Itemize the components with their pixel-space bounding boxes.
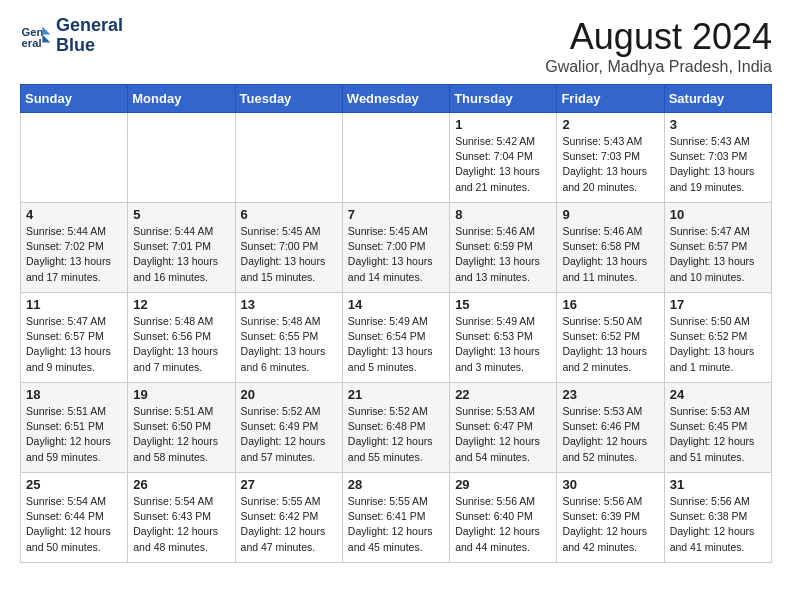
day-info: Sunrise: 5:50 AM Sunset: 6:52 PM Dayligh… (562, 314, 658, 375)
calendar-cell (342, 113, 449, 203)
svg-marker-3 (42, 34, 50, 42)
logo-icon: Gen eral (20, 20, 52, 52)
week-row-4: 18Sunrise: 5:51 AM Sunset: 6:51 PM Dayli… (21, 383, 772, 473)
day-info: Sunrise: 5:53 AM Sunset: 6:47 PM Dayligh… (455, 404, 551, 465)
day-number: 24 (670, 387, 766, 402)
weekday-header-thursday: Thursday (450, 85, 557, 113)
day-info: Sunrise: 5:49 AM Sunset: 6:54 PM Dayligh… (348, 314, 444, 375)
day-info: Sunrise: 5:47 AM Sunset: 6:57 PM Dayligh… (670, 224, 766, 285)
calendar-cell: 24Sunrise: 5:53 AM Sunset: 6:45 PM Dayli… (664, 383, 771, 473)
day-number: 29 (455, 477, 551, 492)
day-number: 11 (26, 297, 122, 312)
calendar-cell: 4Sunrise: 5:44 AM Sunset: 7:02 PM Daylig… (21, 203, 128, 293)
day-info: Sunrise: 5:50 AM Sunset: 6:52 PM Dayligh… (670, 314, 766, 375)
day-number: 13 (241, 297, 337, 312)
day-info: Sunrise: 5:56 AM Sunset: 6:40 PM Dayligh… (455, 494, 551, 555)
day-number: 26 (133, 477, 229, 492)
day-number: 5 (133, 207, 229, 222)
weekday-header-wednesday: Wednesday (342, 85, 449, 113)
day-number: 10 (670, 207, 766, 222)
weekday-header-sunday: Sunday (21, 85, 128, 113)
day-number: 16 (562, 297, 658, 312)
day-number: 9 (562, 207, 658, 222)
calendar-cell: 21Sunrise: 5:52 AM Sunset: 6:48 PM Dayli… (342, 383, 449, 473)
day-number: 12 (133, 297, 229, 312)
day-info: Sunrise: 5:55 AM Sunset: 6:41 PM Dayligh… (348, 494, 444, 555)
day-number: 2 (562, 117, 658, 132)
day-info: Sunrise: 5:43 AM Sunset: 7:03 PM Dayligh… (562, 134, 658, 195)
logo-line1: General (56, 16, 123, 36)
day-info: Sunrise: 5:54 AM Sunset: 6:44 PM Dayligh… (26, 494, 122, 555)
calendar-cell: 15Sunrise: 5:49 AM Sunset: 6:53 PM Dayli… (450, 293, 557, 383)
day-number: 18 (26, 387, 122, 402)
month-title: August 2024 (545, 16, 772, 58)
logo-line2: Blue (56, 36, 123, 56)
day-number: 4 (26, 207, 122, 222)
day-number: 17 (670, 297, 766, 312)
day-number: 30 (562, 477, 658, 492)
day-number: 27 (241, 477, 337, 492)
calendar-table: SundayMondayTuesdayWednesdayThursdayFrid… (20, 84, 772, 563)
day-info: Sunrise: 5:55 AM Sunset: 6:42 PM Dayligh… (241, 494, 337, 555)
calendar-cell: 25Sunrise: 5:54 AM Sunset: 6:44 PM Dayli… (21, 473, 128, 563)
weekday-header-saturday: Saturday (664, 85, 771, 113)
day-number: 31 (670, 477, 766, 492)
day-info: Sunrise: 5:47 AM Sunset: 6:57 PM Dayligh… (26, 314, 122, 375)
day-number: 8 (455, 207, 551, 222)
day-number: 20 (241, 387, 337, 402)
day-info: Sunrise: 5:56 AM Sunset: 6:38 PM Dayligh… (670, 494, 766, 555)
day-number: 23 (562, 387, 658, 402)
weekday-header-monday: Monday (128, 85, 235, 113)
logo: Gen eral General Blue (20, 16, 123, 56)
day-number: 3 (670, 117, 766, 132)
calendar-cell: 8Sunrise: 5:46 AM Sunset: 6:59 PM Daylig… (450, 203, 557, 293)
calendar-cell (235, 113, 342, 203)
svg-text:Gen: Gen (22, 26, 44, 38)
day-number: 19 (133, 387, 229, 402)
calendar-cell: 17Sunrise: 5:50 AM Sunset: 6:52 PM Dayli… (664, 293, 771, 383)
calendar-cell: 26Sunrise: 5:54 AM Sunset: 6:43 PM Dayli… (128, 473, 235, 563)
calendar-cell: 14Sunrise: 5:49 AM Sunset: 6:54 PM Dayli… (342, 293, 449, 383)
week-row-3: 11Sunrise: 5:47 AM Sunset: 6:57 PM Dayli… (21, 293, 772, 383)
svg-text:eral: eral (22, 37, 42, 49)
calendar-cell: 28Sunrise: 5:55 AM Sunset: 6:41 PM Dayli… (342, 473, 449, 563)
calendar-cell: 9Sunrise: 5:46 AM Sunset: 6:58 PM Daylig… (557, 203, 664, 293)
day-number: 1 (455, 117, 551, 132)
day-info: Sunrise: 5:51 AM Sunset: 6:51 PM Dayligh… (26, 404, 122, 465)
calendar-cell: 27Sunrise: 5:55 AM Sunset: 6:42 PM Dayli… (235, 473, 342, 563)
calendar-cell: 6Sunrise: 5:45 AM Sunset: 7:00 PM Daylig… (235, 203, 342, 293)
calendar-cell: 16Sunrise: 5:50 AM Sunset: 6:52 PM Dayli… (557, 293, 664, 383)
day-info: Sunrise: 5:53 AM Sunset: 6:46 PM Dayligh… (562, 404, 658, 465)
calendar-cell: 30Sunrise: 5:56 AM Sunset: 6:39 PM Dayli… (557, 473, 664, 563)
calendar-cell: 11Sunrise: 5:47 AM Sunset: 6:57 PM Dayli… (21, 293, 128, 383)
day-info: Sunrise: 5:54 AM Sunset: 6:43 PM Dayligh… (133, 494, 229, 555)
day-info: Sunrise: 5:48 AM Sunset: 6:56 PM Dayligh… (133, 314, 229, 375)
calendar-cell: 20Sunrise: 5:52 AM Sunset: 6:49 PM Dayli… (235, 383, 342, 473)
calendar-cell (128, 113, 235, 203)
page-header: Gen eral General Blue August 2024 Gwalio… (20, 16, 772, 76)
day-number: 7 (348, 207, 444, 222)
calendar-cell: 29Sunrise: 5:56 AM Sunset: 6:40 PM Dayli… (450, 473, 557, 563)
day-info: Sunrise: 5:52 AM Sunset: 6:48 PM Dayligh… (348, 404, 444, 465)
day-info: Sunrise: 5:48 AM Sunset: 6:55 PM Dayligh… (241, 314, 337, 375)
day-info: Sunrise: 5:52 AM Sunset: 6:49 PM Dayligh… (241, 404, 337, 465)
weekday-header-row: SundayMondayTuesdayWednesdayThursdayFrid… (21, 85, 772, 113)
week-row-2: 4Sunrise: 5:44 AM Sunset: 7:02 PM Daylig… (21, 203, 772, 293)
calendar-cell: 19Sunrise: 5:51 AM Sunset: 6:50 PM Dayli… (128, 383, 235, 473)
day-number: 15 (455, 297, 551, 312)
day-info: Sunrise: 5:44 AM Sunset: 7:01 PM Dayligh… (133, 224, 229, 285)
day-info: Sunrise: 5:45 AM Sunset: 7:00 PM Dayligh… (348, 224, 444, 285)
calendar-cell: 31Sunrise: 5:56 AM Sunset: 6:38 PM Dayli… (664, 473, 771, 563)
day-info: Sunrise: 5:42 AM Sunset: 7:04 PM Dayligh… (455, 134, 551, 195)
day-number: 22 (455, 387, 551, 402)
calendar-cell: 2Sunrise: 5:43 AM Sunset: 7:03 PM Daylig… (557, 113, 664, 203)
day-info: Sunrise: 5:56 AM Sunset: 6:39 PM Dayligh… (562, 494, 658, 555)
day-info: Sunrise: 5:45 AM Sunset: 7:00 PM Dayligh… (241, 224, 337, 285)
calendar-cell: 3Sunrise: 5:43 AM Sunset: 7:03 PM Daylig… (664, 113, 771, 203)
day-info: Sunrise: 5:49 AM Sunset: 6:53 PM Dayligh… (455, 314, 551, 375)
calendar-cell (21, 113, 128, 203)
weekday-header-friday: Friday (557, 85, 664, 113)
title-section: August 2024 Gwalior, Madhya Pradesh, Ind… (545, 16, 772, 76)
svg-marker-2 (42, 26, 50, 34)
day-info: Sunrise: 5:46 AM Sunset: 6:58 PM Dayligh… (562, 224, 658, 285)
